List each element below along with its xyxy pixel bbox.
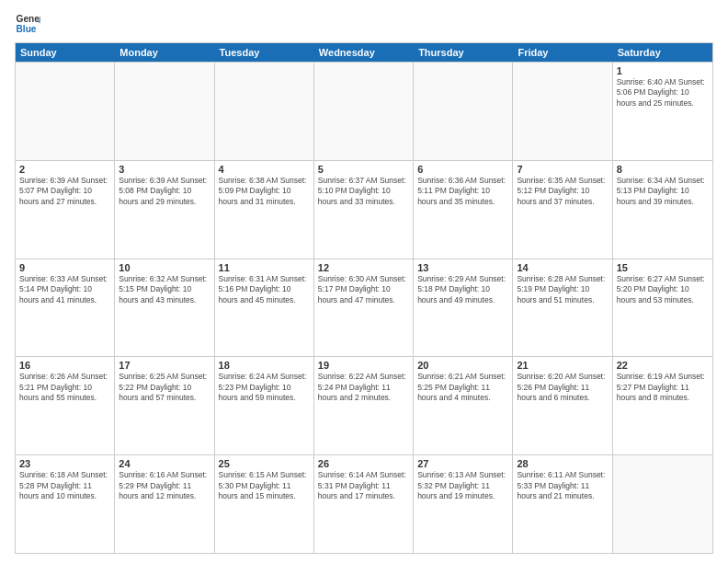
day-cell-3: 3Sunrise: 6:39 AM Sunset: 5:08 PM Daylig… [115, 161, 214, 259]
day-number: 17 [119, 360, 210, 371]
day-cell-10: 10Sunrise: 6:32 AM Sunset: 5:15 PM Dayli… [115, 259, 214, 357]
svg-text:General: General [17, 14, 40, 24]
day-cell-8: 8Sunrise: 6:34 AM Sunset: 5:13 PM Daylig… [613, 161, 712, 259]
empty-cell [414, 63, 513, 160]
day-cell-22: 22Sunrise: 6:19 AM Sunset: 5:27 PM Dayli… [613, 357, 712, 454]
day-number: 18 [219, 360, 310, 371]
day-cell-12: 12Sunrise: 6:30 AM Sunset: 5:17 PM Dayli… [314, 259, 414, 357]
header: General Blue [15, 11, 713, 37]
calendar-body: 1Sunrise: 6:40 AM Sunset: 5:06 PM Daylig… [16, 62, 712, 553]
weekday-header-friday: Friday [513, 43, 612, 62]
day-info: Sunrise: 6:13 AM Sunset: 5:32 PM Dayligh… [417, 470, 508, 501]
day-cell-5: 5Sunrise: 6:37 AM Sunset: 5:10 PM Daylig… [314, 161, 414, 259]
day-info: Sunrise: 6:20 AM Sunset: 5:26 PM Dayligh… [517, 372, 608, 403]
day-info: Sunrise: 6:19 AM Sunset: 5:27 PM Dayligh… [617, 372, 709, 403]
day-cell-13: 13Sunrise: 6:29 AM Sunset: 5:18 PM Dayli… [414, 259, 513, 357]
empty-cell [115, 63, 214, 160]
page: General Blue SundayMondayTuesdayWednesda… [0, 0, 728, 563]
day-number: 26 [318, 458, 409, 469]
day-number: 8 [617, 164, 709, 175]
day-number: 1 [617, 65, 709, 76]
week-row-2: 2Sunrise: 6:39 AM Sunset: 5:07 PM Daylig… [16, 160, 712, 259]
day-cell-28: 28Sunrise: 6:11 AM Sunset: 5:33 PM Dayli… [513, 455, 612, 553]
day-info: Sunrise: 6:18 AM Sunset: 5:28 PM Dayligh… [19, 470, 110, 501]
day-info: Sunrise: 6:33 AM Sunset: 5:14 PM Dayligh… [19, 274, 110, 305]
weekday-header-wednesday: Wednesday [314, 43, 414, 62]
day-info: Sunrise: 6:26 AM Sunset: 5:21 PM Dayligh… [19, 372, 110, 403]
day-number: 11 [219, 262, 310, 273]
day-cell-9: 9Sunrise: 6:33 AM Sunset: 5:14 PM Daylig… [16, 259, 115, 357]
weekday-header-sunday: Sunday [16, 43, 115, 62]
day-cell-1: 1Sunrise: 6:40 AM Sunset: 5:06 PM Daylig… [613, 63, 712, 160]
day-number: 27 [417, 458, 508, 469]
day-info: Sunrise: 6:27 AM Sunset: 5:20 PM Dayligh… [617, 274, 709, 305]
day-info: Sunrise: 6:32 AM Sunset: 5:15 PM Dayligh… [119, 274, 210, 305]
day-number: 4 [219, 164, 310, 175]
day-cell-24: 24Sunrise: 6:16 AM Sunset: 5:29 PM Dayli… [115, 455, 214, 553]
day-number: 28 [517, 458, 608, 469]
svg-text:Blue: Blue [17, 24, 37, 34]
day-number: 19 [318, 360, 409, 371]
day-cell-23: 23Sunrise: 6:18 AM Sunset: 5:28 PM Dayli… [16, 455, 115, 553]
day-cell-4: 4Sunrise: 6:38 AM Sunset: 5:09 PM Daylig… [215, 161, 314, 259]
day-info: Sunrise: 6:29 AM Sunset: 5:18 PM Dayligh… [417, 274, 508, 305]
weekday-header-saturday: Saturday [613, 43, 712, 62]
day-number: 21 [517, 360, 608, 371]
day-cell-26: 26Sunrise: 6:14 AM Sunset: 5:31 PM Dayli… [314, 455, 414, 553]
day-cell-27: 27Sunrise: 6:13 AM Sunset: 5:32 PM Dayli… [414, 455, 513, 553]
day-number: 9 [19, 262, 110, 273]
day-info: Sunrise: 6:22 AM Sunset: 5:24 PM Dayligh… [318, 372, 409, 403]
day-cell-25: 25Sunrise: 6:15 AM Sunset: 5:30 PM Dayli… [215, 455, 314, 553]
day-info: Sunrise: 6:39 AM Sunset: 5:08 PM Dayligh… [119, 176, 210, 207]
empty-cell [314, 63, 414, 160]
day-number: 15 [617, 262, 709, 273]
day-info: Sunrise: 6:34 AM Sunset: 5:13 PM Dayligh… [617, 176, 709, 207]
day-cell-7: 7Sunrise: 6:35 AM Sunset: 5:12 PM Daylig… [513, 161, 612, 259]
day-info: Sunrise: 6:35 AM Sunset: 5:12 PM Dayligh… [517, 176, 608, 207]
day-number: 23 [19, 458, 110, 469]
day-cell-17: 17Sunrise: 6:25 AM Sunset: 5:22 PM Dayli… [115, 357, 214, 454]
day-info: Sunrise: 6:37 AM Sunset: 5:10 PM Dayligh… [318, 176, 409, 207]
calendar: SundayMondayTuesdayWednesdayThursdayFrid… [15, 42, 713, 554]
day-number: 3 [119, 164, 210, 175]
day-info: Sunrise: 6:40 AM Sunset: 5:06 PM Dayligh… [617, 77, 709, 109]
day-number: 20 [417, 360, 508, 371]
day-cell-21: 21Sunrise: 6:20 AM Sunset: 5:26 PM Dayli… [513, 357, 612, 454]
day-number: 14 [517, 262, 608, 273]
day-number: 22 [617, 360, 709, 371]
week-row-4: 16Sunrise: 6:26 AM Sunset: 5:21 PM Dayli… [16, 356, 712, 454]
empty-cell [16, 63, 115, 160]
day-cell-2: 2Sunrise: 6:39 AM Sunset: 5:07 PM Daylig… [16, 161, 115, 259]
weekday-header-monday: Monday [115, 43, 214, 62]
day-cell-16: 16Sunrise: 6:26 AM Sunset: 5:21 PM Dayli… [16, 357, 115, 454]
day-number: 16 [19, 360, 110, 371]
day-number: 10 [119, 262, 210, 273]
day-info: Sunrise: 6:36 AM Sunset: 5:11 PM Dayligh… [417, 176, 508, 207]
day-info: Sunrise: 6:15 AM Sunset: 5:30 PM Dayligh… [219, 470, 310, 501]
weekday-header-tuesday: Tuesday [215, 43, 314, 62]
day-cell-15: 15Sunrise: 6:27 AM Sunset: 5:20 PM Dayli… [613, 259, 712, 357]
day-cell-20: 20Sunrise: 6:21 AM Sunset: 5:25 PM Dayli… [414, 357, 513, 454]
empty-cell [215, 63, 314, 160]
day-cell-6: 6Sunrise: 6:36 AM Sunset: 5:11 PM Daylig… [414, 161, 513, 259]
logo-icon: General Blue [15, 11, 40, 37]
day-info: Sunrise: 6:14 AM Sunset: 5:31 PM Dayligh… [318, 470, 409, 501]
day-info: Sunrise: 6:28 AM Sunset: 5:19 PM Dayligh… [517, 274, 608, 305]
day-info: Sunrise: 6:39 AM Sunset: 5:07 PM Dayligh… [19, 176, 110, 207]
day-number: 5 [318, 164, 409, 175]
day-info: Sunrise: 6:30 AM Sunset: 5:17 PM Dayligh… [318, 274, 409, 305]
day-cell-14: 14Sunrise: 6:28 AM Sunset: 5:19 PM Dayli… [513, 259, 612, 357]
week-row-5: 23Sunrise: 6:18 AM Sunset: 5:28 PM Dayli… [16, 454, 712, 553]
day-cell-11: 11Sunrise: 6:31 AM Sunset: 5:16 PM Dayli… [215, 259, 314, 357]
day-info: Sunrise: 6:31 AM Sunset: 5:16 PM Dayligh… [219, 274, 310, 305]
day-info: Sunrise: 6:25 AM Sunset: 5:22 PM Dayligh… [119, 372, 210, 403]
day-number: 6 [417, 164, 508, 175]
weekday-header-thursday: Thursday [414, 43, 513, 62]
calendar-header: SundayMondayTuesdayWednesdayThursdayFrid… [16, 43, 712, 62]
empty-cell [613, 455, 712, 553]
day-cell-19: 19Sunrise: 6:22 AM Sunset: 5:24 PM Dayli… [314, 357, 414, 454]
day-info: Sunrise: 6:38 AM Sunset: 5:09 PM Dayligh… [219, 176, 310, 207]
empty-cell [513, 63, 612, 160]
day-number: 12 [318, 262, 409, 273]
day-number: 7 [517, 164, 608, 175]
